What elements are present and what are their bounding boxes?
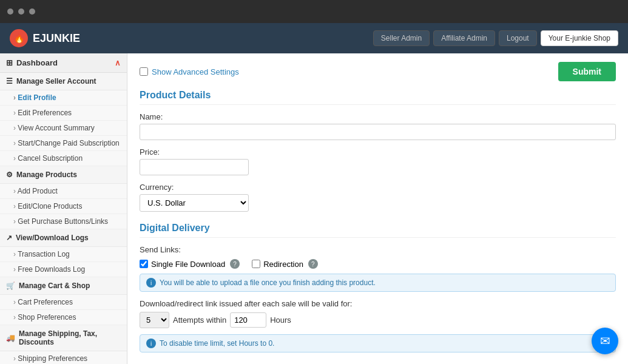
send-links-options: Single File Download ? Redirection ? (140, 259, 616, 269)
header-nav: Seller Admin Affiliate Admin Logout Your… (373, 30, 618, 46)
hint-info-icon: i (146, 339, 156, 348)
hours-input[interactable] (230, 312, 266, 328)
manage-seller-icon: ☰ (6, 77, 13, 86)
redirection-checkbox[interactable] (252, 260, 260, 268)
show-advanced-checkbox[interactable] (140, 67, 148, 76)
currency-field-group: Currency: U.S. Dollar Euro British Pound (140, 183, 616, 212)
single-file-text: Single File Download (151, 260, 225, 269)
sidebar-item-subscription[interactable]: Start/Change Paid Subscription (0, 136, 127, 151)
manage-seller-label: Manage Seller Account (16, 77, 96, 86)
sidebar-item-free-downloads-log[interactable]: Free Downloads Log (0, 262, 127, 277)
redirection-help-icon[interactable]: ? (308, 259, 318, 269)
download-validity-row: 1 2 3 4 5 10 20 Attempts within Hours (140, 312, 616, 328)
sidebar-item-edit-profile[interactable]: Edit Profile (0, 90, 127, 106)
title-bar (0, 0, 628, 23)
sidebar-group-manage-seller[interactable]: ☰ Manage Seller Account (0, 73, 127, 90)
download-validity-group: Download/redirect link issued after each… (140, 299, 616, 352)
sidebar-item-cancel-subscription[interactable]: Cancel Subscription (0, 151, 127, 166)
shipping-icon: 🚚 (6, 334, 15, 342)
send-links-label: Send Links: (140, 245, 181, 254)
window-dot-1 (7, 8, 13, 15)
logo: 🔥 EJUNKIE (10, 29, 80, 47)
sidebar-item-edit-clone-products[interactable]: Edit/Clone Products (0, 199, 127, 214)
upload-info-box: i You will be able to upload a file once… (140, 274, 616, 292)
sidebar-group-cart[interactable]: 🛒 Manage Cart & Shop (0, 277, 127, 295)
single-file-label[interactable]: Single File Download (140, 260, 225, 269)
product-details-title: Product Details (140, 90, 616, 105)
price-label: Price: (140, 147, 616, 157)
manage-products-icon: ⚙ (6, 170, 13, 179)
window-dot-3 (29, 8, 35, 15)
manage-products-label: Manage Products (16, 170, 77, 179)
currency-select[interactable]: U.S. Dollar Euro British Pound (140, 194, 249, 212)
disable-hint-text: To disable time limit, set Hours to 0. (160, 339, 274, 348)
logo-icon: 🔥 (10, 29, 28, 47)
logo-text: EJUNKIE (33, 32, 80, 45)
cart-icon: 🛒 (6, 281, 15, 290)
affiliate-admin-button[interactable]: Affiliate Admin (433, 30, 495, 46)
single-file-help-icon[interactable]: ? (230, 259, 240, 269)
show-advanced-label[interactable]: Show Advanced Settings (152, 67, 239, 76)
main-top-bar: Show Advanced Settings Submit (140, 62, 616, 81)
dashboard-label: Dashboard (16, 58, 58, 67)
attempts-select[interactable]: 1 2 3 4 5 10 20 (140, 312, 169, 328)
submit-button[interactable]: Submit (558, 62, 616, 81)
sidebar-item-edit-preferences[interactable]: Edit Preferences (0, 106, 127, 121)
messenger-icon: ✉ (600, 334, 610, 348)
currency-label: Currency: (140, 183, 616, 192)
sidebar-group-shipping[interactable]: 🚚 Manage Shipping, Tax, Discounts (0, 325, 127, 351)
name-input[interactable] (140, 124, 616, 140)
digital-delivery-section: Digital Delivery Send Links: Single File… (140, 223, 616, 352)
disable-hint-box: i To disable time limit, set Hours to 0. (140, 334, 616, 352)
window-dot-2 (18, 8, 24, 15)
seller-admin-button[interactable]: Seller Admin (373, 30, 430, 46)
send-links-row: Send Links: (140, 245, 616, 254)
your-shop-button[interactable]: Your E-junkie Shop (541, 30, 618, 46)
shipping-label: Manage Shipping, Tax, Discounts (19, 329, 121, 346)
download-validity-label: Download/redirect link issued after each… (140, 299, 616, 308)
hours-text: Hours (270, 315, 291, 325)
product-details-section: Product Details Name: Price: Currency: U… (140, 90, 616, 212)
info-icon: i (146, 278, 156, 288)
main-content: Show Advanced Settings Submit Product De… (127, 53, 628, 364)
redirection-text: Redirection (263, 260, 303, 269)
sidebar-item-cart-preferences[interactable]: Cart Preferences (0, 295, 127, 310)
cart-label: Manage Cart & Shop (19, 281, 90, 290)
dashboard-icon: ⊞ (6, 58, 13, 67)
sidebar-item-shop-preferences[interactable]: Shop Preferences (0, 310, 127, 325)
sidebar-group-logs[interactable]: ↗ View/Download Logs (0, 229, 127, 247)
main-layout: ⊞ Dashboard ∧ ☰ Manage Seller Account Ed… (0, 53, 628, 364)
logout-button[interactable]: Logout (499, 30, 537, 46)
sidebar-item-account-summary[interactable]: View Account Summary (0, 121, 127, 136)
header: 🔥 EJUNKIE Seller Admin Affiliate Admin L… (0, 23, 628, 53)
messenger-fab[interactable]: ✉ (592, 328, 618, 354)
dashboard-chevron: ∧ (115, 58, 121, 67)
sidebar-group-manage-products[interactable]: ⚙ Manage Products (0, 166, 127, 184)
logs-icon: ↗ (6, 234, 12, 242)
digital-delivery-title: Digital Delivery (140, 223, 616, 238)
price-input[interactable] (140, 159, 249, 175)
logs-label: View/Download Logs (16, 234, 89, 242)
name-label: Name: (140, 112, 616, 121)
sidebar-item-add-product[interactable]: Add Product (0, 184, 127, 199)
name-field-group: Name: (140, 112, 616, 140)
attempts-within-text: Attempts within (173, 315, 226, 325)
redirection-label[interactable]: Redirection (252, 260, 303, 269)
show-advanced-settings: Show Advanced Settings (140, 67, 239, 76)
price-field-group: Price: (140, 147, 616, 175)
sidebar-dashboard[interactable]: ⊞ Dashboard ∧ (0, 53, 127, 73)
sidebar: ⊞ Dashboard ∧ ☰ Manage Seller Account Ed… (0, 53, 127, 364)
sidebar-item-purchase-buttons[interactable]: Get Purchase Buttons/Links (0, 214, 127, 229)
sidebar-item-transaction-log[interactable]: Transaction Log (0, 247, 127, 262)
info-text: You will be able to upload a file once y… (160, 278, 376, 287)
sidebar-item-shipping-preferences[interactable]: Shipping Preferences (0, 351, 127, 364)
single-file-checkbox[interactable] (140, 260, 148, 268)
